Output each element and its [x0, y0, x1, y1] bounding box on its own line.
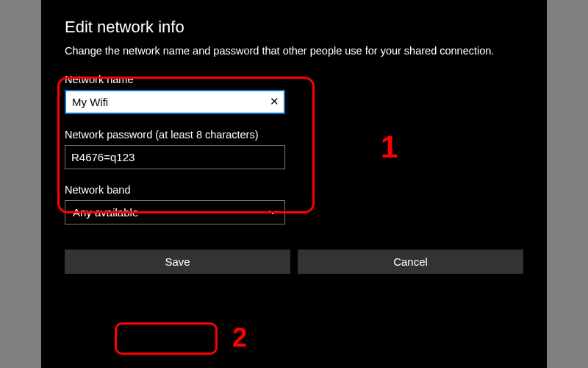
annotation-number-2: 2	[232, 322, 247, 353]
annotation-box-2	[115, 322, 218, 355]
network-password-input[interactable]	[65, 145, 285, 169]
network-name-label: Network name	[65, 74, 523, 85]
edit-network-dialog: Edit network info Change the network nam…	[41, 0, 547, 368]
network-name-group: Network name ✕	[65, 74, 523, 114]
network-band-select[interactable]: Any available	[65, 200, 285, 224]
save-button[interactable]: Save	[65, 250, 290, 274]
cancel-button[interactable]: Cancel	[298, 250, 523, 274]
dialog-button-row: Save Cancel	[65, 250, 523, 274]
chevron-down-icon	[268, 208, 277, 216]
dialog-title: Edit network info	[65, 18, 523, 37]
network-name-input[interactable]	[65, 90, 285, 114]
network-password-label: Network password (at least 8 characters)	[65, 129, 523, 141]
network-name-input-wrap: ✕	[65, 90, 285, 114]
network-band-label: Network band	[65, 184, 523, 196]
clear-icon[interactable]: ✕	[270, 95, 279, 108]
network-band-group: Network band Any available	[65, 184, 523, 224]
network-password-group: Network password (at least 8 characters)	[65, 129, 523, 169]
dialog-description: Change the network name and password tha…	[65, 44, 523, 59]
network-band-value: Any available	[73, 206, 138, 219]
